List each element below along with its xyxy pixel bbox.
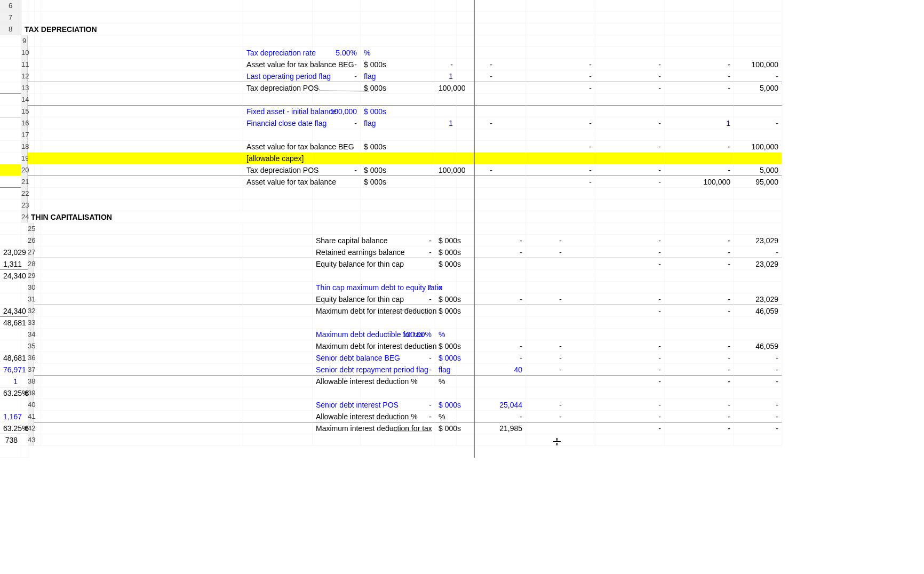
cell-value[interactable]: $ 000s bbox=[435, 352, 457, 364]
cell-empty[interactable] bbox=[435, 211, 457, 223]
cell-empty[interactable] bbox=[243, 399, 313, 411]
cell-value[interactable]: - bbox=[457, 117, 526, 129]
cell-empty[interactable] bbox=[435, 270, 457, 282]
cell-value[interactable]: - bbox=[665, 258, 734, 270]
cell-value[interactable]: 100,000 bbox=[435, 82, 457, 94]
cell-empty[interactable] bbox=[734, 200, 782, 211]
cell-empty[interactable] bbox=[41, 164, 243, 176]
cell-value[interactable]: - bbox=[595, 293, 665, 305]
cell-value[interactable]: $ 000s bbox=[435, 399, 457, 411]
cell-empty[interactable] bbox=[313, 12, 361, 23]
cell-empty[interactable] bbox=[361, 376, 435, 387]
cell-empty[interactable] bbox=[526, 270, 595, 282]
cell-value[interactable]: - bbox=[526, 364, 595, 376]
cell-value[interactable]: - bbox=[361, 352, 435, 364]
cell-empty[interactable] bbox=[665, 317, 734, 329]
cell-value[interactable]: Senior debt interest POS bbox=[313, 399, 361, 411]
cell-empty[interactable] bbox=[457, 106, 526, 117]
cell-empty[interactable] bbox=[313, 129, 361, 141]
cell-empty[interactable] bbox=[734, 223, 782, 235]
cell-empty[interactable] bbox=[243, 129, 313, 141]
cell-empty[interactable] bbox=[361, 258, 435, 270]
row-header[interactable]: 34 bbox=[28, 329, 34, 340]
cell-value[interactable]: 24,340 bbox=[0, 305, 21, 317]
cell-value[interactable]: - bbox=[734, 422, 782, 434]
cell-empty[interactable] bbox=[457, 434, 526, 446]
cell-empty[interactable] bbox=[313, 317, 361, 329]
cell-value[interactable]: - bbox=[595, 164, 665, 176]
cell-empty[interactable] bbox=[595, 12, 665, 23]
cell-empty[interactable] bbox=[361, 305, 435, 317]
cell-empty[interactable] bbox=[41, 422, 243, 434]
cell-empty[interactable] bbox=[243, 364, 313, 376]
cell-empty[interactable] bbox=[243, 223, 313, 235]
cell-empty[interactable] bbox=[41, 340, 243, 352]
cell-empty[interactable] bbox=[41, 0, 243, 12]
cell-empty[interactable] bbox=[41, 141, 243, 153]
cell-value[interactable]: $ 000s bbox=[435, 235, 457, 246]
cell-empty[interactable] bbox=[734, 12, 782, 23]
cell-value[interactable]: Tax depreciation rate bbox=[243, 47, 313, 59]
cell-value[interactable]: - bbox=[595, 364, 665, 376]
cell-empty[interactable] bbox=[457, 270, 526, 282]
cell-empty[interactable] bbox=[435, 188, 457, 200]
cell-empty[interactable] bbox=[41, 364, 243, 376]
cell-value[interactable]: - bbox=[665, 364, 734, 376]
cell-value[interactable]: Asset value for tax balance BEG bbox=[243, 59, 313, 70]
cell-value[interactable]: - bbox=[734, 352, 782, 364]
cell-empty[interactable] bbox=[0, 117, 21, 129]
cell-value[interactable]: % bbox=[361, 47, 435, 59]
cell-empty[interactable] bbox=[243, 270, 313, 282]
cell-value[interactable]: - bbox=[595, 422, 665, 434]
cell-empty[interactable] bbox=[41, 200, 243, 211]
cell-empty[interactable] bbox=[734, 0, 782, 12]
cell-empty[interactable] bbox=[665, 223, 734, 235]
cell-value[interactable]: Maximum interest deduction for tax bbox=[313, 422, 361, 434]
cell-empty[interactable] bbox=[457, 188, 526, 200]
cell-value[interactable]: - bbox=[665, 305, 734, 317]
cell-empty[interactable] bbox=[313, 223, 361, 235]
cell-empty[interactable] bbox=[457, 305, 526, 317]
cell-value[interactable]: - bbox=[457, 164, 526, 176]
cell-empty[interactable] bbox=[21, 352, 28, 364]
spreadsheet-grid[interactable]: 678TAX DEPRECIATION910Tax depreciation r… bbox=[0, 0, 924, 458]
cell-value[interactable]: - bbox=[595, 411, 665, 422]
cell-empty[interactable] bbox=[41, 329, 243, 340]
cell-empty[interactable] bbox=[734, 94, 782, 106]
cell-value[interactable]: Senior debt balance BEG bbox=[313, 352, 361, 364]
row-header[interactable]: 31 bbox=[28, 293, 34, 305]
row-header[interactable]: 35 bbox=[28, 340, 34, 352]
cell-empty[interactable] bbox=[526, 12, 595, 23]
cell-empty[interactable] bbox=[734, 329, 782, 340]
cell-value[interactable]: - bbox=[526, 235, 595, 246]
cell-empty[interactable] bbox=[21, 282, 28, 293]
cell-empty[interactable] bbox=[41, 35, 243, 47]
cell-value[interactable]: 48,681 bbox=[0, 352, 21, 364]
cell-value[interactable]: 1 bbox=[435, 70, 457, 82]
cell-empty[interactable] bbox=[0, 47, 21, 59]
cell-value[interactable]: % bbox=[435, 376, 457, 387]
cell-value[interactable]: Asset value for tax balance BEG bbox=[243, 141, 313, 153]
cell-value[interactable]: - bbox=[665, 235, 734, 246]
cell-empty[interactable] bbox=[457, 258, 526, 270]
cell-empty[interactable] bbox=[526, 94, 595, 106]
cell-value[interactable]: - bbox=[526, 70, 595, 82]
cell-value[interactable]: - bbox=[526, 117, 595, 129]
row-header[interactable]: 14 bbox=[21, 94, 28, 106]
cell-empty[interactable] bbox=[665, 23, 734, 35]
cell-empty[interactable] bbox=[0, 282, 21, 293]
cell-empty[interactable] bbox=[665, 12, 734, 23]
cell-empty[interactable] bbox=[41, 235, 243, 246]
row-header[interactable]: 15 bbox=[21, 106, 28, 117]
cell-empty[interactable] bbox=[41, 129, 243, 141]
cell-value[interactable]: Financial close date flag bbox=[243, 117, 313, 129]
cell-empty[interactable] bbox=[665, 211, 734, 223]
cell-empty[interactable] bbox=[665, 153, 734, 164]
cell-empty[interactable] bbox=[243, 94, 313, 106]
cell-empty[interactable] bbox=[41, 282, 243, 293]
cell-empty[interactable] bbox=[457, 47, 526, 59]
cell-empty[interactable] bbox=[21, 223, 28, 235]
cell-value[interactable]: - bbox=[665, 141, 734, 153]
cell-value[interactable]: - bbox=[595, 352, 665, 364]
cell-empty[interactable] bbox=[526, 258, 595, 270]
